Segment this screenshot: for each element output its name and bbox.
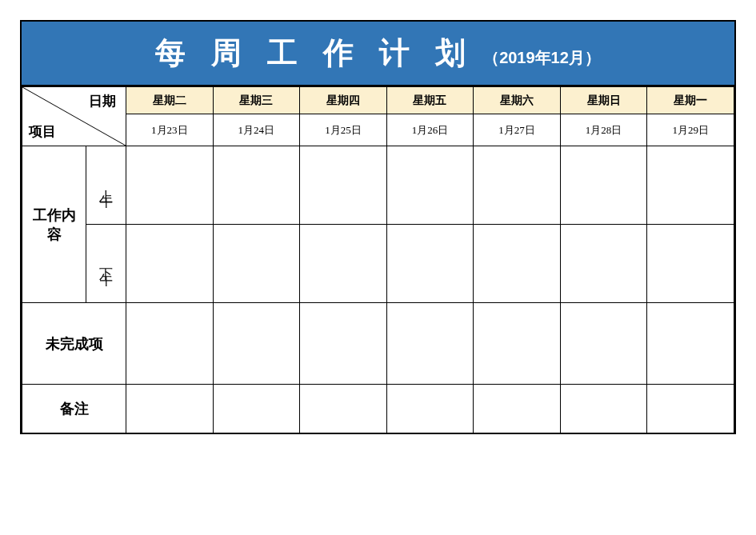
cell-afternoon[interactable]	[300, 225, 387, 303]
cell-incomplete[interactable]	[474, 303, 561, 385]
cell-afternoon[interactable]	[126, 225, 214, 303]
date-header: 1月28日	[560, 114, 647, 146]
cell-morning[interactable]	[300, 146, 387, 225]
row-afternoon: 下午	[22, 225, 734, 303]
cell-morning[interactable]	[126, 146, 214, 225]
cell-remark[interactable]	[300, 385, 387, 433]
cell-morning[interactable]	[560, 146, 647, 225]
cell-morning[interactable]	[213, 146, 300, 225]
row-morning: 工作内容 上午	[22, 146, 734, 225]
incomplete-label: 未完成项	[22, 303, 126, 385]
row-remark: 备注	[22, 385, 734, 433]
cell-remark[interactable]	[647, 385, 734, 433]
cell-incomplete[interactable]	[300, 303, 387, 385]
cell-afternoon[interactable]	[647, 225, 734, 303]
weekday-header: 星期六	[474, 87, 561, 114]
header-row-date: 1月23日 1月24日 1月25日 1月26日 1月27日 1月28日 1月29…	[22, 114, 734, 146]
cell-remark[interactable]	[213, 385, 300, 433]
date-header: 1月24日	[213, 114, 300, 146]
page-subtitle: （2019年12月）	[483, 47, 601, 69]
title-bar: 每周工作计划 （2019年12月）	[22, 22, 734, 86]
worksheet-container: 每周工作计划 （2019年12月） 日期 项目 星期二 星期三 星期四 星期五 …	[20, 20, 736, 434]
cell-incomplete[interactable]	[126, 303, 214, 385]
weekday-header: 星期三	[213, 87, 300, 114]
morning-label: 上午	[86, 146, 126, 225]
cell-incomplete[interactable]	[213, 303, 300, 385]
cell-afternoon[interactable]	[213, 225, 300, 303]
page-title: 每周工作计划	[155, 33, 491, 74]
plan-table: 日期 项目 星期二 星期三 星期四 星期五 星期六 星期日 星期一 1月23日 …	[22, 86, 734, 433]
weekday-header: 星期二	[126, 87, 214, 114]
cell-morning[interactable]	[474, 146, 561, 225]
afternoon-label: 下午	[86, 225, 126, 303]
date-header: 1月29日	[647, 114, 734, 146]
cell-incomplete[interactable]	[560, 303, 647, 385]
date-header: 1月26日	[386, 114, 474, 146]
cell-incomplete[interactable]	[386, 303, 474, 385]
weekday-header: 星期一	[647, 87, 734, 114]
cell-remark[interactable]	[386, 385, 474, 433]
weekday-header: 星期日	[560, 87, 647, 114]
date-header: 1月25日	[300, 114, 387, 146]
date-header: 1月23日	[126, 114, 214, 146]
cell-remark[interactable]	[474, 385, 561, 433]
remark-label: 备注	[22, 385, 126, 433]
corner-cell: 日期 项目	[22, 87, 126, 146]
cell-afternoon[interactable]	[560, 225, 647, 303]
cell-morning[interactable]	[647, 146, 734, 225]
cell-afternoon[interactable]	[474, 225, 561, 303]
weekday-header: 星期四	[300, 87, 387, 114]
work-content-label: 工作内容	[22, 146, 86, 303]
cell-incomplete[interactable]	[647, 303, 734, 385]
weekday-header: 星期五	[386, 87, 474, 114]
cell-remark[interactable]	[126, 385, 214, 433]
header-row-weekday: 日期 项目 星期二 星期三 星期四 星期五 星期六 星期日 星期一	[22, 87, 734, 114]
date-header: 1月27日	[474, 114, 561, 146]
cell-afternoon[interactable]	[386, 225, 474, 303]
cell-remark[interactable]	[560, 385, 647, 433]
corner-project-label: 项目	[29, 122, 56, 141]
row-incomplete: 未完成项	[22, 303, 734, 385]
corner-date-label: 日期	[89, 92, 116, 110]
cell-morning[interactable]	[386, 146, 474, 225]
